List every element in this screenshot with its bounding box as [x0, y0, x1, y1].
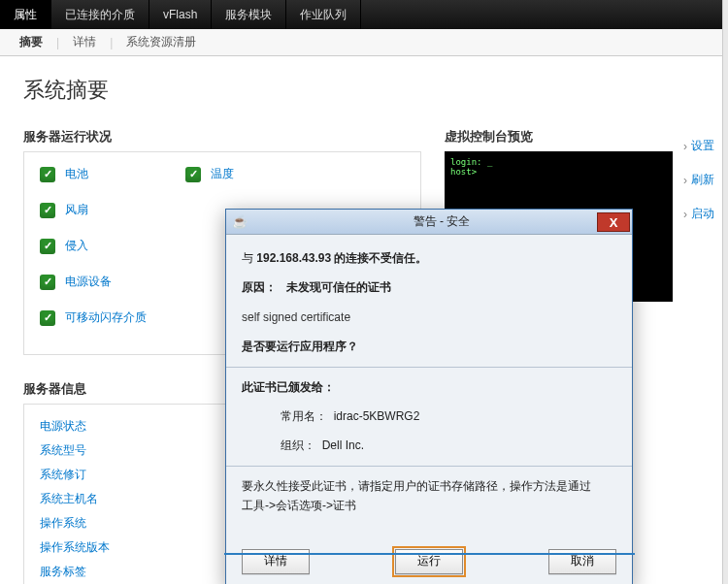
- dialog-issued-to: 此证书已颁发给：: [242, 377, 616, 397]
- tab-job-queue[interactable]: 作业队列: [286, 0, 361, 29]
- tab-vflash[interactable]: vFlash: [149, 0, 212, 29]
- dialog-perm-text: 要永久性接受此证书，请指定用户的证书存储路径，操作方法是通过 工具->会话选项-…: [242, 476, 616, 516]
- check-icon: ✓: [40, 275, 55, 290]
- check-icon: ✓: [185, 167, 201, 182]
- chevron-right-icon: ›: [683, 208, 687, 221]
- check-icon: ✓: [40, 167, 55, 182]
- security-warning-dialog: ☕ 警告 - 安全 X 与 192.168.43.93 的连接不受信任。 原因：…: [225, 209, 633, 584]
- dialog-self-signed: self signed certificate: [242, 308, 616, 327]
- tab-connected-media[interactable]: 已连接的介质: [51, 0, 149, 29]
- preview-title: 虚拟控制台预览: [445, 128, 705, 146]
- preview-actions: ›设置 ›刷新 ›启动: [683, 138, 714, 222]
- dialog-titlebar[interactable]: ☕ 警告 - 安全 X: [226, 210, 632, 235]
- close-button[interactable]: X: [597, 212, 630, 232]
- link-settings[interactable]: ›设置: [683, 138, 714, 154]
- tab-attributes[interactable]: 属性: [0, 0, 51, 29]
- health-fan[interactable]: ✓风扇: [40, 202, 147, 218]
- health-battery[interactable]: ✓电池: [40, 166, 147, 182]
- health-temperature[interactable]: ✓温度: [185, 166, 234, 182]
- health-title: 服务器运行状况: [23, 128, 421, 146]
- health-flash[interactable]: ✓可移动闪存介质: [40, 309, 147, 326]
- link-launch[interactable]: ›启动: [683, 206, 714, 222]
- check-icon: ✓: [40, 239, 55, 254]
- top-nav: 属性 已连接的介质 vFlash 服务模块 作业队列: [0, 0, 728, 29]
- dialog-question: 是否要运行应用程序？: [242, 337, 616, 356]
- subnav-inventory[interactable]: 系统资源清册: [116, 34, 206, 50]
- check-icon: ✓: [40, 203, 55, 218]
- chevron-right-icon: ›: [683, 140, 687, 153]
- dialog-reason: 原因： 未发现可信任的证书: [242, 277, 616, 297]
- health-power[interactable]: ✓电源设备: [40, 274, 147, 290]
- subnav-summary[interactable]: 摘要: [10, 34, 52, 50]
- dialog-cn: 常用名： idrac-5KBWRG2: [281, 406, 616, 426]
- link-refresh[interactable]: ›刷新: [683, 172, 714, 188]
- dialog-connection-line: 与 192.168.43.93 的连接不受信任。: [242, 248, 616, 268]
- tab-service-module[interactable]: 服务模块: [212, 0, 286, 29]
- sub-nav: 摘要 | 详情 | 系统资源清册: [0, 29, 728, 56]
- java-icon: ☕: [232, 214, 248, 230]
- chevron-right-icon: ›: [683, 174, 687, 187]
- dialog-title: 警告 - 安全: [251, 213, 632, 230]
- dialog-org: 组织： Dell Inc.: [281, 436, 616, 455]
- dialog-highlight: [224, 553, 635, 557]
- subnav-details[interactable]: 详情: [63, 34, 106, 50]
- health-intrusion[interactable]: ✓侵入: [40, 238, 147, 254]
- page-title: 系统摘要: [23, 76, 705, 105]
- check-icon: ✓: [40, 310, 55, 326]
- scrollbar[interactable]: [722, 0, 728, 584]
